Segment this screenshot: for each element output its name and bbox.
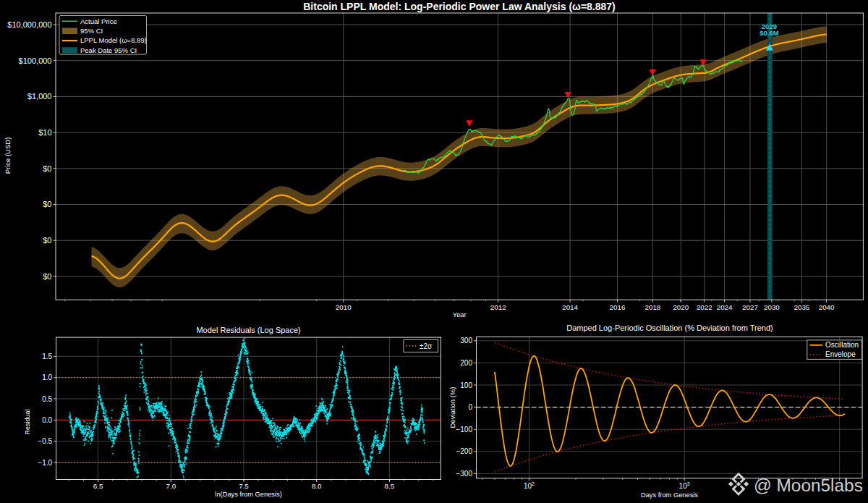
svg-text:0.5: 0.5	[42, 395, 52, 403]
svg-text:7.5: 7.5	[239, 482, 249, 490]
svg-text:−100: −100	[456, 426, 472, 434]
svg-text:2022: 2022	[697, 303, 712, 311]
svg-text:95% CI: 95% CI	[80, 27, 103, 35]
svg-text:2020: 2020	[673, 303, 689, 311]
svg-text:6.5: 6.5	[93, 482, 103, 490]
svg-text:−1.0: −1.0	[38, 459, 52, 467]
svg-text:2016: 2016	[610, 303, 626, 311]
svg-text:Model Residuals (Log Space): Model Residuals (Log Space)	[196, 326, 300, 334]
svg-text:Price (USD): Price (USD)	[4, 138, 12, 174]
svg-text:−300: −300	[456, 470, 472, 478]
svg-text:@ Moon5labs: @ Moon5labs	[754, 475, 863, 495]
svg-text:LPPL Model (ω=8.89): LPPL Model (ω=8.89)	[80, 36, 147, 44]
svg-text:$0.6M: $0.6M	[760, 29, 778, 37]
svg-text:2027: 2027	[742, 303, 758, 311]
svg-text:2040: 2040	[819, 303, 835, 311]
svg-text:$0: $0	[43, 236, 51, 245]
svg-text:8.5: 8.5	[385, 482, 395, 490]
svg-text:2018: 2018	[645, 303, 661, 311]
svg-text:Residual: Residual	[24, 409, 31, 434]
svg-text:Bitcoin LPPL Model: Log-Period: Bitcoin LPPL Model: Log-Periodic Power L…	[303, 1, 616, 12]
svg-text:2010: 2010	[336, 303, 352, 311]
svg-text:7.0: 7.0	[166, 482, 176, 490]
svg-text:2012: 2012	[490, 303, 506, 311]
svg-text:1.0: 1.0	[42, 373, 52, 381]
svg-text:300: 300	[460, 337, 472, 345]
svg-text:2030: 2030	[764, 303, 780, 311]
svg-text:Damped Log-Periodic Oscillatio: Damped Log-Periodic Oscillation (% Devia…	[566, 324, 773, 332]
svg-text:Envelope: Envelope	[825, 350, 856, 358]
svg-text:2024: 2024	[717, 303, 733, 311]
svg-text:ln(Days from Genesis): ln(Days from Genesis)	[215, 491, 281, 498]
svg-text:−0.5: −0.5	[38, 437, 52, 445]
svg-text:$0: $0	[43, 164, 51, 173]
svg-text:2035: 2035	[794, 303, 810, 311]
svg-text:$0: $0	[43, 272, 51, 281]
svg-text:$100,000: $100,000	[19, 56, 52, 65]
svg-text:$1,000: $1,000	[27, 92, 52, 101]
svg-text:±2σ: ±2σ	[420, 342, 433, 350]
svg-text:Oscillation: Oscillation	[825, 341, 859, 349]
svg-text:200: 200	[460, 359, 472, 367]
svg-text:−200: −200	[456, 447, 472, 455]
svg-text:$0: $0	[43, 200, 51, 208]
svg-text:Actual Price: Actual Price	[80, 17, 117, 25]
svg-text:1.5: 1.5	[42, 352, 52, 360]
svg-text:Year: Year	[453, 311, 467, 318]
svg-text:$10,000,000: $10,000,000	[7, 20, 51, 29]
svg-text:8.0: 8.0	[312, 482, 322, 490]
svg-text:0.0: 0.0	[42, 416, 52, 424]
svg-text:Deviation (%): Deviation (%)	[448, 386, 456, 428]
svg-text:$10: $10	[38, 128, 51, 137]
svg-text:0: 0	[468, 403, 472, 411]
svg-text:2014: 2014	[562, 303, 578, 311]
svg-text:100: 100	[460, 381, 472, 389]
svg-text:Days from Genesis: Days from Genesis	[641, 491, 698, 499]
svg-text:Peak Date 95% CI: Peak Date 95% CI	[80, 46, 137, 54]
